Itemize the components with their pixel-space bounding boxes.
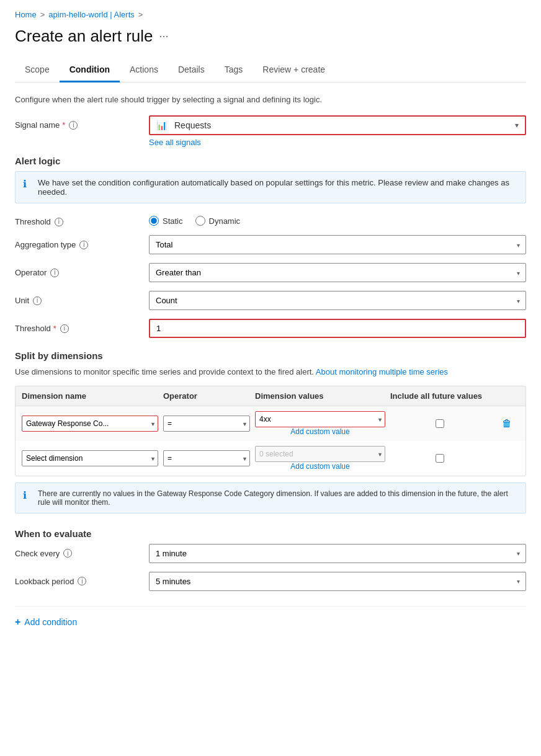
dimension-info-box: ℹ There are currently no values in the G… — [15, 483, 526, 514]
operator-dropdown[interactable]: Greater than Greater than or equal to Le… — [149, 263, 526, 282]
aggregation-type-control: Total Average Minimum Maximum Count ▾ — [149, 235, 526, 254]
dimension-row-1: Gateway Response Co... ▾ = != ▾ 4xx — [16, 406, 525, 441]
dim-name-wrapper-1: Gateway Response Co... ▾ — [22, 416, 158, 432]
breadcrumb-resource[interactable]: apim-hello-world | Alerts — [48, 10, 134, 19]
dimension-row-2: Select dimension ▾ = ▾ 0 selected — [16, 441, 525, 476]
alert-logic-title: Alert logic — [15, 156, 526, 166]
unit-info-icon[interactable]: i — [33, 296, 42, 305]
tab-tags[interactable]: Tags — [215, 58, 253, 82]
signal-chart-icon: 📊 — [156, 120, 167, 130]
unit-label: Unit i — [15, 291, 139, 305]
operator-label: Operator i — [15, 263, 139, 277]
lookback-period-label: Lookback period i — [15, 572, 139, 586]
operator-wrapper: Greater than Greater than or equal to Le… — [149, 263, 526, 282]
aggregation-type-row: Aggregation type i Total Average Minimum… — [15, 235, 526, 254]
signal-name-info-icon[interactable]: i — [69, 121, 78, 130]
add-condition-button[interactable]: + Add condition — [15, 606, 526, 628]
lookback-period-row: Lookback period i 5 minutes 10 minutes 1… — [15, 572, 526, 591]
add-custom-value-2[interactable]: Add custom value — [255, 462, 385, 471]
signal-name-dropdown[interactable]: 📊 Requests ▾ — [149, 115, 526, 135]
dim-delete-cell-1: 🗑 — [494, 418, 519, 429]
monitoring-link[interactable]: About monitoring multiple time series — [316, 367, 448, 376]
threshold-radio-group: Static Dynamic — [149, 212, 526, 226]
when-to-evaluate-section: When to evaluate Check every i 1 minute … — [15, 528, 526, 591]
dim-include-checkbox-1[interactable] — [436, 419, 444, 428]
aggregation-type-dropdown[interactable]: Total Average Minimum Maximum Count — [149, 235, 526, 254]
operator-row: Operator i Greater than Greater than or … — [15, 263, 526, 282]
alert-logic-info-box: ℹ We have set the condition configuratio… — [15, 171, 526, 203]
info-icon: ℹ — [23, 178, 33, 190]
dim-values-wrapper-1: 4xx ▾ — [255, 411, 385, 427]
dim-include-cell-2 — [390, 454, 490, 463]
tab-review-create[interactable]: Review + create — [253, 58, 335, 82]
dim-include-header: Include all future values — [390, 391, 490, 401]
threshold-value-info-icon[interactable]: i — [60, 324, 69, 333]
dim-include-checkbox-2[interactable] — [436, 454, 444, 463]
unit-row: Unit i Count Bytes Kilobytes ▾ — [15, 291, 526, 310]
dynamic-radio[interactable] — [195, 216, 205, 226]
dim-delete-icon-1[interactable]: 🗑 — [502, 418, 512, 429]
check-every-dropdown[interactable]: 1 minute 5 minutes 15 minutes — [149, 544, 526, 563]
threshold-required-star: * — [53, 324, 56, 333]
dim-values-dropdown-2[interactable]: 0 selected — [255, 446, 385, 462]
tab-details[interactable]: Details — [168, 58, 215, 82]
split-dimensions-title: Split by dimensions — [15, 350, 526, 361]
aggregation-info-icon[interactable]: i — [79, 241, 88, 249]
dim-name-dropdown-1[interactable]: Gateway Response Co... — [22, 416, 158, 432]
dim-operator-dropdown-1[interactable]: = != — [163, 416, 250, 432]
dim-values-cell-1: 4xx ▾ Add custom value — [255, 411, 385, 436]
breadcrumb-home[interactable]: Home — [15, 10, 37, 19]
operator-info-icon[interactable]: i — [50, 269, 59, 277]
tab-condition[interactable]: Condition — [60, 58, 120, 82]
check-every-info-icon[interactable]: i — [63, 549, 72, 558]
dim-values-header: Dimension values — [255, 391, 385, 401]
add-condition-label: Add condition — [24, 617, 77, 627]
breadcrumb-sep1: > — [40, 10, 45, 19]
dim-operator-wrapper-2: = ▾ — [163, 450, 250, 466]
dim-name-header: Dimension name — [22, 391, 158, 401]
lookback-info-icon[interactable]: i — [78, 577, 86, 585]
signal-name-value: Requests — [174, 120, 211, 130]
dim-values-dropdown-1[interactable]: 4xx — [255, 411, 385, 427]
dim-name-dropdown-2[interactable]: Select dimension — [22, 450, 158, 466]
lookback-period-dropdown[interactable]: 5 minutes 10 minutes 15 minutes 1 hour — [149, 572, 526, 591]
breadcrumb: Home > apim-hello-world | Alerts > — [15, 10, 526, 19]
check-every-label: Check every i — [15, 544, 139, 558]
dim-name-cell-1: Gateway Response Co... ▾ — [22, 416, 158, 432]
more-options-icon[interactable]: ··· — [159, 30, 169, 43]
lookback-wrapper: 5 minutes 10 minutes 15 minutes 1 hour ▾ — [149, 572, 526, 591]
chevron-down-icon: ▾ — [515, 121, 519, 130]
dynamic-radio-option[interactable]: Dynamic — [195, 216, 241, 226]
aggregation-type-wrapper: Total Average Minimum Maximum Count ▾ — [149, 235, 526, 254]
static-radio-option[interactable]: Static — [149, 216, 183, 226]
threshold-info-icon[interactable]: i — [55, 218, 63, 226]
dim-name-cell-2: Select dimension ▾ — [22, 450, 158, 466]
unit-control: Count Bytes Kilobytes ▾ — [149, 291, 526, 310]
evaluate-title: When to evaluate — [15, 528, 526, 539]
check-every-wrapper: 1 minute 5 minutes 15 minutes ▾ — [149, 544, 526, 563]
threshold-value-input[interactable] — [149, 319, 526, 338]
threshold-value-control — [149, 319, 526, 338]
threshold-row: Threshold i Static Dynamic — [15, 212, 526, 226]
dim-include-cell-1 — [390, 419, 490, 428]
dim-operator-header: Operator — [163, 391, 250, 401]
plus-icon: + — [15, 616, 20, 628]
dim-info-icon: ℹ — [23, 489, 33, 507]
tab-scope[interactable]: Scope — [15, 58, 60, 82]
static-radio[interactable] — [149, 216, 159, 226]
static-label: Static — [163, 216, 183, 226]
section-description: Configure when the alert rule should tri… — [15, 95, 526, 104]
check-every-row: Check every i 1 minute 5 minutes 15 minu… — [15, 544, 526, 563]
dim-operator-dropdown-2[interactable]: = — [163, 450, 250, 466]
see-all-signals-link[interactable]: See all signals — [149, 138, 201, 147]
signal-name-control: 📊 Requests ▾ See all signals — [149, 115, 526, 147]
split-by-dimensions-section: Split by dimensions Use dimensions to mo… — [15, 350, 526, 514]
dimensions-table: Dimension name Operator Dimension values… — [15, 386, 526, 476]
dim-info-text: There are currently no values in the Gat… — [38, 489, 518, 507]
dim-values-wrapper-2: 0 selected ▾ — [255, 446, 385, 462]
threshold-control: Static Dynamic — [149, 212, 526, 226]
tab-actions[interactable]: Actions — [120, 58, 168, 82]
operator-control: Greater than Greater than or equal to Le… — [149, 263, 526, 282]
add-custom-value-1[interactable]: Add custom value — [255, 427, 385, 436]
unit-dropdown[interactable]: Count Bytes Kilobytes — [149, 291, 526, 310]
